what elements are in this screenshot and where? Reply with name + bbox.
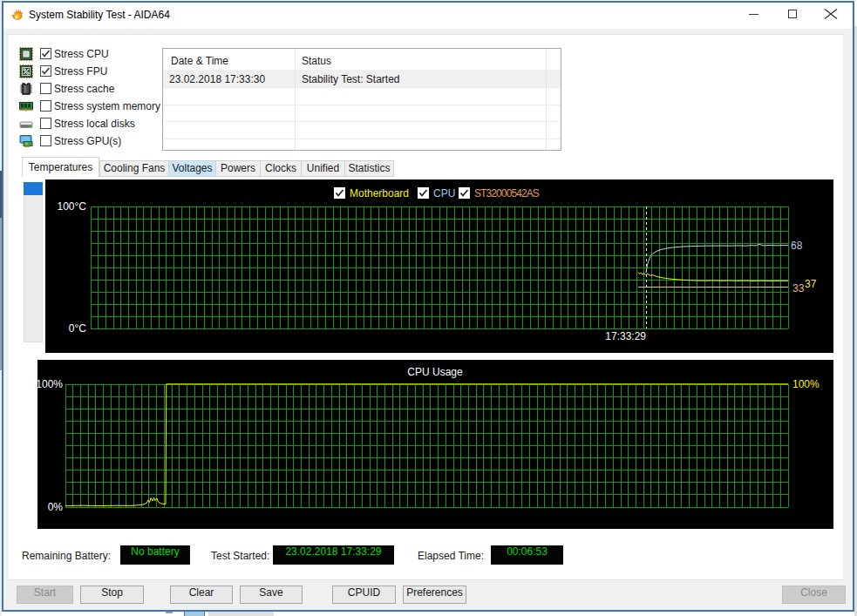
svg-text:17:33:29: 17:33:29 [605,330,646,342]
svg-text:33: 33 [792,282,805,294]
svg-text:CPU Usage: CPU Usage [407,366,463,378]
svg-text:68: 68 [791,240,803,252]
svg-text:0%: 0% [48,501,64,513]
svg-text:100%: 100% [792,378,820,390]
svg-text:Motherboard: Motherboard [350,187,409,200]
svg-text:0°C: 0°C [69,322,86,335]
svg-text:37: 37 [805,278,817,290]
svg-text:100°C: 100°C [58,200,87,213]
svg-text:ST32000542AS: ST32000542AS [474,187,540,200]
svg-text:100%: 100% [37,378,63,390]
svg-text:CPU: CPU [433,187,455,200]
